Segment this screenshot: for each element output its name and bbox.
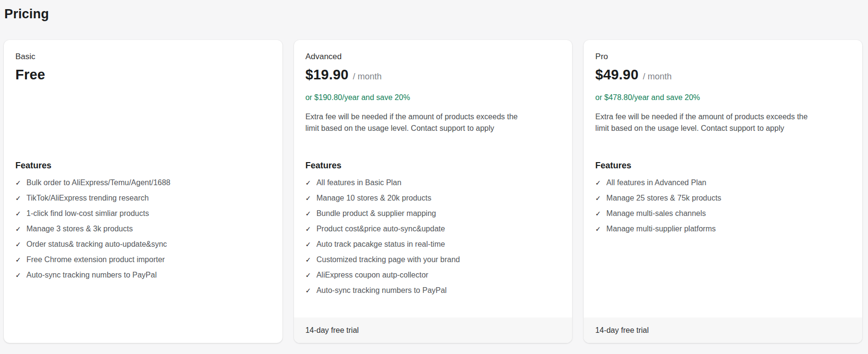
- check-icon: ✓: [15, 225, 22, 233]
- feature-text: AliExpress coupon autp-collector: [317, 271, 428, 279]
- plan-yearly-offer: or $190.80/year and save 20%: [306, 93, 561, 102]
- feature-item: ✓Free Chrome extension product importer: [15, 255, 271, 264]
- plan-card-pro: Pro $49.90 / month or $478.80/year and s…: [584, 40, 862, 343]
- feature-item: ✓All features in Basic Plan: [306, 178, 561, 187]
- page-title: Pricing: [0, 0, 868, 22]
- check-icon: ✓: [15, 240, 22, 249]
- feature-text: Manage 10 stores & 20k products: [317, 194, 431, 202]
- plan-name: Advanced: [306, 52, 561, 61]
- check-icon: ✓: [595, 225, 601, 233]
- check-icon: ✓: [306, 209, 312, 218]
- plan-yearly-offer: or $478.80/year and save 20%: [595, 93, 851, 102]
- plan-card-header: Advanced $19.90 / month or $190.80/year …: [306, 52, 561, 160]
- plan-price: Free: [15, 66, 45, 83]
- feature-text: Free Chrome extension product importer: [26, 255, 165, 264]
- plan-card-basic: Basic Free Features ✓Bulk order to AliEx…: [4, 40, 282, 343]
- plan-name: Basic: [15, 52, 271, 61]
- feature-item: ✓Manage multi-supplier platforms: [595, 225, 851, 233]
- feature-item: ✓TikTok/AliExpress trending research: [15, 194, 271, 202]
- feature-item: ✓Customized tracking page with your bran…: [306, 255, 561, 264]
- feature-text: Auto-sync tracking numbers to PayPal: [26, 271, 157, 279]
- plan-price-row: $19.90 / month: [306, 66, 561, 85]
- feature-text: All features in Advanced Plan: [606, 178, 706, 187]
- feature-item: ✓Bulk order to AliExpress/Temu/Agent/168…: [15, 178, 271, 187]
- check-icon: ✓: [15, 178, 22, 187]
- feature-item: ✓Manage multi-sales channels: [595, 209, 851, 218]
- feature-item: ✓Auto-sync tracking numbers to PayPal: [306, 286, 561, 295]
- plan-price: $49.90: [595, 66, 638, 83]
- feature-text: Manage multi-sales channels: [606, 209, 706, 218]
- features-heading: Features: [306, 160, 561, 171]
- features-heading: Features: [595, 160, 851, 171]
- feature-text: Manage 3 stores & 3k products: [26, 225, 133, 233]
- trial-footer: 14-day free trial: [584, 317, 862, 343]
- feature-text: Auto-sync tracking numbers to PayPal: [317, 286, 447, 295]
- feature-item: ✓Bundle product & supplier mapping: [306, 209, 561, 218]
- feature-item: ✓Manage 10 stores & 20k products: [306, 194, 561, 202]
- check-icon: ✓: [15, 194, 22, 202]
- check-icon: ✓: [595, 178, 601, 187]
- check-icon: ✓: [595, 194, 601, 202]
- features-list: ✓Bulk order to AliExpress/Temu/Agent/168…: [15, 178, 271, 279]
- features-list: ✓All features in Basic Plan ✓Manage 10 s…: [306, 178, 561, 295]
- feature-text: Order status& tracking auto-update&sync: [26, 240, 167, 249]
- check-icon: ✓: [306, 255, 312, 264]
- plan-card-header: Basic Free: [15, 52, 271, 160]
- plan-billing-period: / month: [353, 68, 382, 85]
- feature-text: All features in Basic Plan: [317, 178, 402, 187]
- plan-card-header: Pro $49.90 / month or $478.80/year and s…: [595, 52, 851, 160]
- check-icon: ✓: [306, 225, 312, 233]
- feature-text: TikTok/AliExpress trending research: [26, 194, 149, 202]
- plan-name: Pro: [595, 52, 851, 61]
- check-icon: ✓: [15, 271, 22, 279]
- plan-price-row: Free: [15, 66, 271, 83]
- feature-text: Manage 25 stores & 75k products: [606, 194, 721, 202]
- plan-extra-fee-note: Extra fee will be needed if the amount o…: [306, 111, 523, 134]
- plan-card-advanced: Advanced $19.90 / month or $190.80/year …: [294, 40, 573, 343]
- feature-text: Auto track pacakge status in real-time: [317, 240, 445, 249]
- feature-item: ✓Manage 25 stores & 75k products: [595, 194, 851, 202]
- feature-item: ✓Auto-sync tracking numbers to PayPal: [15, 271, 271, 279]
- pricing-cards-container: Basic Free Features ✓Bulk order to AliEx…: [4, 40, 862, 343]
- check-icon: ✓: [306, 178, 312, 187]
- feature-text: 1-click find low-cost simliar products: [26, 209, 149, 218]
- features-heading: Features: [15, 160, 271, 171]
- plan-price: $19.90: [306, 66, 349, 83]
- feature-text: Manage multi-supplier platforms: [606, 225, 716, 233]
- plan-extra-fee-note: Extra fee will be needed if the amount o…: [595, 111, 812, 134]
- feature-item: ✓1-click find low-cost simliar products: [15, 209, 271, 218]
- check-icon: ✓: [306, 286, 312, 295]
- feature-item: ✓Product cost&price auto-sync&update: [306, 225, 561, 233]
- trial-footer: 14-day free trial: [294, 317, 573, 343]
- plan-billing-period: / month: [643, 68, 672, 85]
- feature-text: Product cost&price auto-sync&update: [317, 225, 445, 233]
- check-icon: ✓: [306, 240, 312, 249]
- feature-text: Customized tracking page with your brand: [317, 255, 460, 264]
- feature-item: ✓AliExpress coupon autp-collector: [306, 271, 561, 279]
- feature-item: ✓Manage 3 stores & 3k products: [15, 225, 271, 233]
- check-icon: ✓: [595, 209, 601, 218]
- feature-text: Bundle product & supplier mapping: [317, 209, 436, 218]
- check-icon: ✓: [306, 194, 312, 202]
- check-icon: ✓: [15, 255, 22, 264]
- feature-item: ✓Order status& tracking auto-update&sync: [15, 240, 271, 249]
- feature-item: ✓Auto track pacakge status in real-time: [306, 240, 561, 249]
- features-list: ✓All features in Advanced Plan ✓Manage 2…: [595, 178, 851, 233]
- check-icon: ✓: [306, 271, 312, 279]
- feature-item: ✓All features in Advanced Plan: [595, 178, 851, 187]
- plan-price-row: $49.90 / month: [595, 66, 851, 85]
- check-icon: ✓: [15, 209, 22, 218]
- feature-text: Bulk order to AliExpress/Temu/Agent/1688: [26, 178, 171, 187]
